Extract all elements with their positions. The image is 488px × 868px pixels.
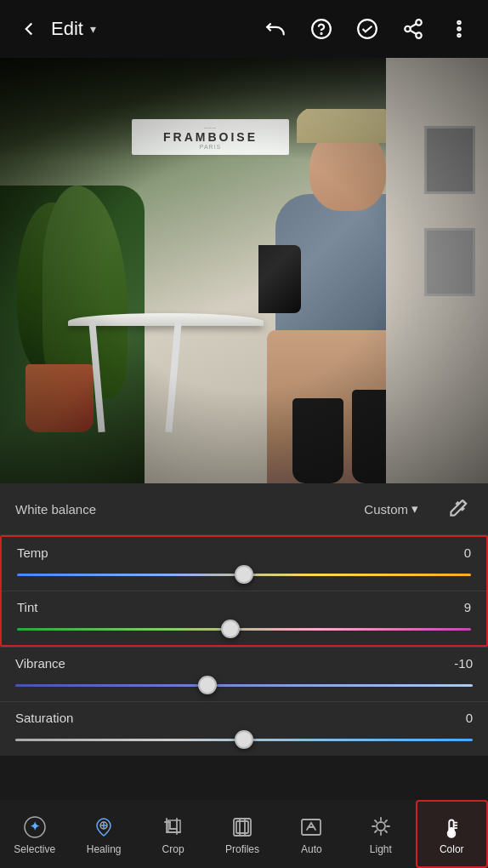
confirm-button[interactable] xyxy=(352,14,383,44)
temp-tint-section: Temp 0 Tint 9 xyxy=(0,535,488,647)
photo-image: ––– FRAMBOISE PARIS xyxy=(0,58,488,483)
wb-dropdown-arrow: ▾ xyxy=(411,501,418,517)
svg-point-3 xyxy=(416,20,422,26)
svg-line-30 xyxy=(385,820,387,822)
temp-slider[interactable] xyxy=(17,565,471,584)
svg-point-8 xyxy=(457,21,460,24)
tab-light[interactable]: Light xyxy=(346,800,415,868)
tab-healing-label: Healing xyxy=(87,843,122,855)
top-bar: Edit ▾ xyxy=(0,0,488,58)
saturation-thumb[interactable] xyxy=(235,730,253,749)
tab-selective-label: Selective xyxy=(14,843,55,855)
svg-point-38 xyxy=(450,831,454,836)
saturation-label: Saturation xyxy=(15,711,73,725)
svg-line-6 xyxy=(410,31,416,34)
svg-rect-18 xyxy=(236,821,248,833)
top-bar-right xyxy=(260,14,474,44)
vibrance-slider[interactable] xyxy=(15,676,473,694)
vibrance-value: -10 xyxy=(454,656,473,671)
svg-point-1 xyxy=(321,33,321,34)
tab-light-label: Light xyxy=(370,843,392,855)
share-button[interactable] xyxy=(398,14,428,44)
photo-area: ––– FRAMBOISE PARIS xyxy=(0,58,488,483)
eyedropper-button[interactable] xyxy=(442,494,473,524)
tab-profiles-label: Profiles xyxy=(225,843,259,855)
tint-slider-row: Tint 9 xyxy=(2,591,486,645)
saturation-slider[interactable] xyxy=(15,730,473,749)
svg-text:✦: ✦ xyxy=(30,819,40,833)
saturation-value: 0 xyxy=(466,711,473,725)
controls-panel: White balance Custom ▾ Temp 0 xyxy=(0,483,488,756)
tint-thumb[interactable] xyxy=(221,620,240,638)
bottom-tabs: ✦ Selective Healing Crop xyxy=(0,800,488,868)
tab-profiles[interactable]: Profiles xyxy=(207,800,276,868)
vibrance-slider-row: Vibrance -10 xyxy=(0,647,488,701)
tab-auto-label: Auto xyxy=(301,843,322,855)
svg-line-7 xyxy=(410,24,416,27)
white-balance-value: Custom xyxy=(364,502,408,517)
tint-label: Tint xyxy=(17,600,37,614)
tint-value: 9 xyxy=(464,600,471,614)
undo-button[interactable] xyxy=(260,14,291,44)
temp-label: Temp xyxy=(17,545,48,560)
light-icon xyxy=(368,814,394,840)
more-button[interactable] xyxy=(444,14,474,44)
title-dropdown-arrow[interactable]: ▾ xyxy=(90,22,96,36)
auto-icon xyxy=(298,814,324,840)
tint-slider[interactable] xyxy=(17,620,471,638)
back-button[interactable] xyxy=(14,14,44,44)
svg-line-28 xyxy=(375,820,377,822)
tab-color-label: Color xyxy=(440,843,464,855)
white-balance-label: White balance xyxy=(15,502,354,517)
svg-line-29 xyxy=(385,831,387,832)
tab-auto[interactable]: Auto xyxy=(277,800,346,868)
crop-icon xyxy=(161,814,186,840)
profiles-icon xyxy=(230,814,255,840)
vibrance-label: Vibrance xyxy=(15,656,65,671)
healing-icon xyxy=(91,814,116,840)
tab-healing[interactable]: Healing xyxy=(69,800,138,868)
svg-point-10 xyxy=(457,34,460,37)
page-title: Edit xyxy=(51,18,83,40)
svg-line-31 xyxy=(375,831,377,832)
saturation-slider-row: Saturation 0 xyxy=(0,701,488,756)
temp-thumb[interactable] xyxy=(235,565,253,584)
tab-selective[interactable]: ✦ Selective xyxy=(0,800,69,868)
top-bar-left: Edit ▾ xyxy=(14,14,96,44)
svg-point-9 xyxy=(457,27,460,30)
selective-icon: ✦ xyxy=(22,814,48,840)
svg-point-4 xyxy=(405,26,411,32)
svg-point-23 xyxy=(377,822,385,831)
help-button[interactable] xyxy=(306,14,337,44)
color-icon xyxy=(439,814,464,840)
svg-point-5 xyxy=(416,32,422,38)
tab-crop[interactable]: Crop xyxy=(139,800,207,868)
vibrance-thumb[interactable] xyxy=(198,676,217,694)
white-balance-row: White balance Custom ▾ xyxy=(0,483,488,535)
temp-value: 0 xyxy=(464,545,471,560)
tab-color[interactable]: Color xyxy=(416,800,488,868)
tab-crop-label: Crop xyxy=(162,843,184,855)
temp-slider-row: Temp 0 xyxy=(2,537,486,591)
white-balance-dropdown[interactable]: Custom ▾ xyxy=(364,501,418,517)
